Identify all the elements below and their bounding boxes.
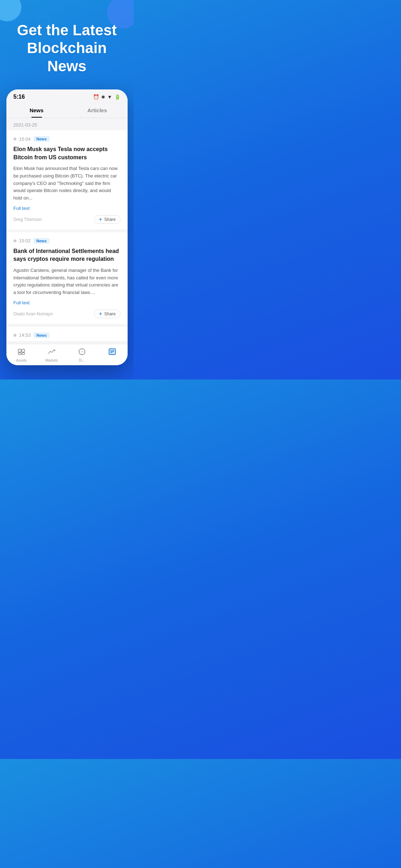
date-header: 2021-03-25	[6, 118, 128, 130]
discover-icon	[78, 348, 86, 357]
svg-rect-2	[18, 353, 21, 355]
news-meta-1: 15:04 News	[14, 136, 120, 142]
news-time-3: 14:53	[19, 332, 31, 338]
news-author-2: Osato Avan-Nomayo	[14, 311, 53, 316]
news-meta-2: 15:02 News	[14, 238, 120, 244]
share-button-1[interactable]: ✈ Share	[94, 215, 120, 224]
nav-assets-label: Assets	[16, 358, 27, 362]
assets-icon	[17, 348, 25, 357]
news-item-1: 15:04 News Elon Musk says Tesla now acce…	[6, 130, 128, 229]
share-button-2[interactable]: ✈ Share	[94, 310, 120, 318]
full-text-link-2[interactable]: Full text	[14, 300, 120, 305]
news-excerpt-1: Elon Musk has announced that Tesla cars …	[14, 165, 120, 202]
news-meta-3: 14:53 News	[14, 332, 120, 338]
news-excerpt-2: Agustín Carstens, general manager of the…	[14, 267, 120, 296]
news-content: 2021-03-25 15:04 News Elon Musk says Tes…	[6, 118, 128, 344]
tab-bar: News Articles	[6, 103, 128, 118]
bottom-nav: Assets Markets D	[6, 344, 128, 365]
nav-discover[interactable]: Di...	[67, 348, 97, 362]
hero-section: Get the Latest Blockchain News	[0, 0, 134, 86]
markets-icon	[48, 348, 56, 357]
news-author-1: Greg Thomson	[14, 217, 42, 222]
hero-title-line1: Get the Latest	[17, 22, 117, 38]
hero-title: Get the Latest Blockchain News	[7, 21, 127, 75]
hero-title-line2: Blockchain News	[27, 40, 107, 74]
news-dot-2	[14, 239, 16, 242]
news-item-3: 14:53 News	[6, 327, 128, 341]
news-nav-icon	[108, 348, 116, 357]
svg-rect-3	[22, 353, 25, 355]
nav-assets[interactable]: Assets	[6, 348, 37, 362]
news-dot-3	[14, 334, 16, 337]
news-footer-2: Osato Avan-Nomayo ✈ Share	[14, 310, 120, 318]
wifi-icon: ▼	[107, 94, 112, 100]
news-title-1: Elon Musk says Tesla now accepts Bitcoin…	[14, 145, 120, 161]
nav-discover-label: Di...	[79, 358, 85, 362]
news-item-2: 15:02 News Bank of International Settlem…	[6, 232, 128, 324]
battery-icon: 🔋	[114, 94, 120, 100]
news-time-1: 15:04	[19, 136, 31, 142]
svg-rect-0	[18, 349, 21, 352]
status-icons: ⏰ ✱ ▼ 🔋	[93, 94, 120, 100]
nav-markets[interactable]: Markets	[37, 348, 67, 362]
bluetooth-icon: ✱	[101, 94, 105, 100]
nav-markets-label: Markets	[45, 358, 58, 362]
news-title-2: Bank of International Settlements head s…	[14, 247, 120, 263]
alarm-icon: ⏰	[93, 94, 99, 100]
svg-point-5	[82, 351, 83, 352]
tab-articles[interactable]: Articles	[67, 107, 128, 118]
news-dot-1	[14, 138, 16, 140]
phone-mockup: 5:16 ⏰ ✱ ▼ 🔋 News Articles 2021-03-25 15	[6, 89, 128, 365]
news-tag-1: News	[34, 136, 50, 142]
news-tag-3: News	[34, 332, 50, 338]
news-tag-2: News	[34, 238, 50, 244]
news-footer-1: Greg Thomson ✈ Share	[14, 215, 120, 224]
status-bar: 5:16 ⏰ ✱ ▼ 🔋	[6, 89, 128, 103]
nav-news[interactable]	[97, 348, 128, 362]
share-icon-1: ✈	[99, 217, 102, 222]
status-time: 5:16	[14, 94, 25, 100]
news-time-2: 15:02	[19, 238, 31, 243]
svg-rect-1	[22, 349, 25, 352]
tab-news[interactable]: News	[6, 107, 67, 118]
share-icon-2: ✈	[99, 311, 102, 316]
full-text-link-1[interactable]: Full text	[14, 206, 120, 211]
